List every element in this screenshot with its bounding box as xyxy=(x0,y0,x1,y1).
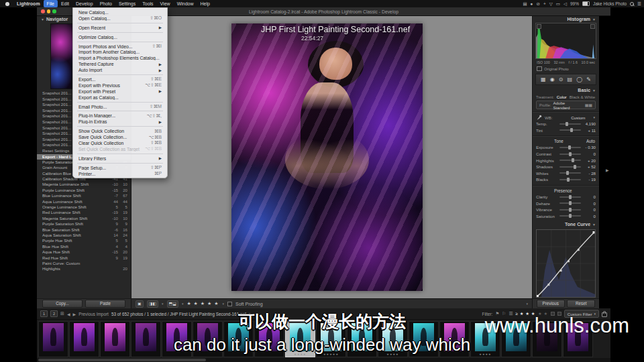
slider-thumb[interactable] xyxy=(569,208,572,212)
auto-button[interactable]: Auto xyxy=(586,139,595,143)
reset-button[interactable]: Reset xyxy=(567,300,595,308)
slider-thumb[interactable] xyxy=(566,171,569,175)
menubar-item-lightroom[interactable]: Lightroom xyxy=(13,0,44,7)
histogram-graph[interactable] xyxy=(535,23,596,59)
history-step[interactable]: Purple Luminance Shift-1520 xyxy=(37,188,131,193)
menu-item-library-filters[interactable]: Library Filters▶ xyxy=(73,156,167,162)
history-step[interactable]: Red Luminance Shift-1919 xyxy=(37,210,131,215)
slider-thumb[interactable] xyxy=(574,165,576,169)
slider-thumb[interactable] xyxy=(566,122,568,126)
slider-track[interactable] xyxy=(559,209,581,210)
menubar-item-settings[interactable]: Settings xyxy=(115,0,139,7)
dropbox-icon[interactable]: ▽ xyxy=(549,0,553,7)
chevron-down-icon[interactable]: ▾ xyxy=(593,115,595,119)
chevron-down-icon[interactable]: ▾ xyxy=(223,302,225,306)
menu-item-optimize-catalog[interactable]: Optimize Catalog... xyxy=(73,34,167,40)
histogram-header[interactable]: Histogram ▼ xyxy=(533,15,599,23)
menu-item-clear-quick-collection[interactable]: Clear Quick Collection⇧⌘B xyxy=(73,140,167,146)
spotlight-search-icon[interactable] xyxy=(630,2,634,6)
menu-item-import-a-photoshop-elements-catalog[interactable]: Import a Photoshop Elements Catalog... xyxy=(73,55,167,61)
slider-track[interactable] xyxy=(559,123,581,125)
copy-button[interactable]: Copy... xyxy=(42,300,83,308)
slider-thumb[interactable] xyxy=(570,128,573,132)
menubar-item-window[interactable]: Window xyxy=(174,0,197,7)
slider-track[interactable] xyxy=(559,147,581,148)
slider-track[interactable] xyxy=(559,160,581,161)
menu-item-export-as-catalog[interactable]: Export as Catalog... xyxy=(73,95,167,101)
treatment-color-button[interactable]: Color xyxy=(557,95,567,99)
apple-logo-icon[interactable] xyxy=(5,2,9,6)
scrollbar-thumb[interactable] xyxy=(38,359,206,361)
plus-icon[interactable]: + xyxy=(543,0,546,7)
history-step[interactable]: Aqua Saturation Shift1424 xyxy=(37,233,131,238)
slider-thumb[interactable] xyxy=(569,201,572,205)
menu-item-save-quick-collection[interactable]: Save Quick Collection...⌥⌘B xyxy=(73,134,167,140)
slider-track[interactable] xyxy=(559,215,581,217)
tone-curve-header[interactable]: Tone Curve ▼ xyxy=(533,221,599,228)
control-center-icon[interactable]: ☰ xyxy=(637,0,641,7)
history-step[interactable]: Magenta Luminance Shift-1010 xyxy=(37,182,131,187)
profile-value[interactable]: Adobe Standard xyxy=(553,101,582,110)
menu-item-export-with-preset[interactable]: Export with Preset▶ xyxy=(73,88,167,95)
slider-thumb[interactable] xyxy=(568,145,571,149)
history-step[interactable]: Magenta Saturation Shift-1010 xyxy=(37,216,131,221)
menu-item-plug-in-manager[interactable]: Plug-in Manager...⌥⇧⌘, xyxy=(73,113,167,119)
history-step[interactable]: Purple Hue Shift55 xyxy=(37,238,131,243)
slider-thumb[interactable] xyxy=(569,195,572,199)
menubar-user[interactable]: Jake Hicks Photo xyxy=(593,1,627,6)
profile-browser-icon[interactable]: ▦▦ xyxy=(585,103,592,107)
menubar-item-view[interactable]: View xyxy=(157,0,174,7)
main-photo[interactable] xyxy=(231,23,423,291)
menubar-item-tools[interactable]: Tools xyxy=(139,0,156,7)
history-step[interactable]: Paint Curve: Custom xyxy=(37,261,131,266)
tone-curve-graph[interactable] xyxy=(536,229,596,298)
history-step[interactable]: Orange Luminance Shift55 xyxy=(37,204,131,210)
menubar-item-photo[interactable]: Photo xyxy=(97,0,115,7)
zoom-window-button[interactable] xyxy=(52,9,56,13)
menu-item-open-recent[interactable]: Open Recent▶ xyxy=(73,25,167,31)
menu-item-new-catalog[interactable]: New Catalog... xyxy=(73,9,167,15)
wb-eyedropper-icon[interactable] xyxy=(537,115,542,120)
rating-stars[interactable]: ★ ★ ★ ★ ★ xyxy=(186,301,219,306)
record-dot-icon[interactable]: ● xyxy=(531,0,533,7)
adjustment-brush-icon[interactable]: ✎ xyxy=(586,76,591,82)
menu-item-import-photos-and-video[interactable]: Import Photos and Video...⇧⌘I xyxy=(73,44,167,50)
screen-mirror-icon[interactable]: ▤ xyxy=(523,0,527,7)
history-step[interactable]: Aqua Hue Shift-1520 xyxy=(37,249,131,255)
loupe-view-icon[interactable]: ▣ xyxy=(136,300,144,308)
slider-thumb[interactable] xyxy=(569,214,572,218)
before-after-top-bottom-icon[interactable]: ⬒⬓ xyxy=(167,300,178,308)
slider-track[interactable] xyxy=(559,196,581,198)
menu-item-plug-in-extras[interactable]: Plug-in Extras▶ xyxy=(73,119,167,125)
history-step[interactable]: Highlights20 xyxy=(37,266,131,272)
crop-tool-icon[interactable]: ▦ xyxy=(541,76,546,82)
previous-button[interactable]: Previous xyxy=(537,300,565,308)
graduated-filter-icon[interactable]: ▤ xyxy=(568,76,573,82)
basic-header[interactable]: Basic ▼ xyxy=(533,86,599,94)
minimize-window-button[interactable] xyxy=(47,9,51,13)
slider-thumb[interactable] xyxy=(567,178,570,182)
history-step[interactable]: Blue Hue Shift44 xyxy=(37,244,131,249)
soft-proofing-checkbox[interactable] xyxy=(227,302,232,306)
wb-value[interactable]: Custom xyxy=(571,115,585,120)
filmstrip-scrollbar[interactable] xyxy=(37,358,610,362)
history-step[interactable]: Red Hue Shift919 xyxy=(37,255,131,261)
panel-expand-arrow-icon[interactable]: ▶ xyxy=(606,168,609,172)
paste-button[interactable]: Paste xyxy=(85,300,125,308)
history-step[interactable]: Blue Luminance Shift-767 xyxy=(37,193,131,198)
slider-track[interactable] xyxy=(559,166,581,168)
slider-track[interactable] xyxy=(559,179,581,180)
menu-item-printer[interactable]: Printer...⌘P xyxy=(73,171,167,177)
red-eye-icon[interactable]: ⊙ xyxy=(559,76,564,82)
shadow-clipping-icon[interactable] xyxy=(537,24,541,29)
before-after-left-right-icon[interactable]: ◨◧ xyxy=(147,300,158,308)
menu-item-open-catalog[interactable]: Open Catalog...⇧⌘O xyxy=(73,15,167,21)
menu-item-auto-import[interactable]: Auto Import▶ xyxy=(73,67,167,73)
menubar-item-develop[interactable]: Develop xyxy=(72,0,97,7)
history-step[interactable]: Blue Saturation Shift-616 xyxy=(37,227,131,233)
close-window-button[interactable] xyxy=(41,9,45,13)
chevron-down-icon[interactable]: ▾ xyxy=(182,302,184,306)
volume-icon[interactable]: ◁ xyxy=(564,0,567,7)
toolbar-options-chevron-icon[interactable]: ▾ xyxy=(526,302,528,306)
menu-item-show-quick-collection[interactable]: Show Quick Collection⌘B xyxy=(73,128,167,134)
